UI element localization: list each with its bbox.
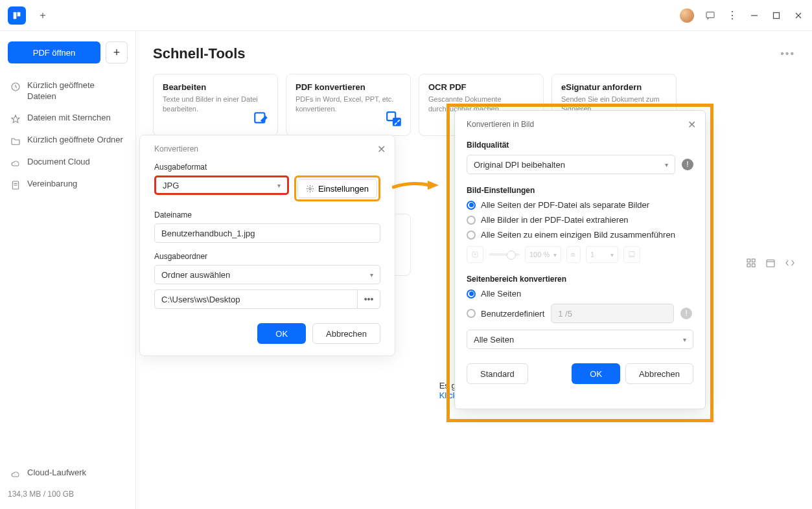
sidebar-item-label: Dateien mit Sternchen: [27, 113, 111, 124]
sidebar-item-document-cloud[interactable]: Document Cloud: [8, 152, 128, 174]
add-button[interactable]: +: [106, 41, 128, 63]
maximize-button[interactable]: [771, 10, 782, 21]
svg-rect-1: [17, 12, 21, 16]
app-logo: [8, 6, 26, 25]
cloud-icon: [10, 469, 21, 479]
more-icon[interactable]: •••: [780, 48, 795, 60]
radio-extract-images[interactable]: Alle Bilder in der PDF-Datei extrahieren: [467, 215, 693, 225]
minimize-button[interactable]: [748, 10, 760, 21]
sidebar-item-recent-files[interactable]: Kürzlich geöffnete Dateien: [8, 75, 128, 107]
browse-button[interactable]: •••: [357, 289, 380, 309]
document-icon: [10, 180, 21, 190]
range-input: 1 /5: [551, 304, 674, 323]
kebab-icon[interactable]: ⋮: [726, 10, 738, 21]
svg-rect-25: [767, 260, 774, 267]
svg-point-27: [309, 187, 311, 189]
svg-marker-8: [12, 115, 19, 122]
settings-button[interactable]: Einstellungen: [297, 179, 377, 198]
chevron-down-icon: ▾: [683, 336, 686, 343]
standard-button[interactable]: Standard: [467, 363, 528, 384]
path-input[interactable]: C:\Users\ws\Desktop: [154, 289, 357, 309]
card-title: eSignatur anfordern: [561, 82, 667, 92]
titlebar: + ⋮: [0, 0, 812, 31]
filename-label: Dateiname: [154, 210, 380, 220]
quality-select[interactable]: Original DPI beibehalten▾: [467, 155, 675, 174]
svg-rect-14: [393, 118, 401, 126]
card-title: PDF konvertieren: [296, 82, 401, 92]
page-select[interactable]: Alle Seiten▾: [467, 330, 693, 349]
comment-icon[interactable]: [704, 10, 716, 21]
dialog-title: Konvertieren in Bild: [467, 120, 693, 129]
clock-icon: [10, 82, 21, 92]
cloud-icon: [10, 158, 21, 168]
open-pdf-button[interactable]: PDF öffnen: [8, 41, 100, 63]
svg-rect-24: [752, 264, 755, 267]
sidebar-item-label: Vereinbarung: [27, 179, 77, 190]
cancel-button[interactable]: Abbrechen: [312, 323, 380, 344]
tool-card-convert[interactable]: PDF konvertieren PDFs in Word, Excel, PP…: [286, 74, 411, 136]
cancel-button[interactable]: Abbrechen: [625, 363, 693, 384]
format-label: Ausgabeformat: [154, 163, 380, 172]
convert-icon: [386, 111, 402, 128]
ok-button[interactable]: OK: [572, 363, 620, 384]
svg-rect-4: [774, 12, 780, 18]
star-icon: [10, 114, 21, 124]
sidebar: PDF öffnen + Kürzlich geöffnete Dateien …: [0, 31, 136, 509]
svg-rect-22: [752, 259, 755, 262]
tool-card-edit[interactable]: Bearbeiten Texte und Bilder in einer Dat…: [153, 74, 278, 136]
svg-rect-2: [706, 12, 714, 17]
ok-button[interactable]: OK: [257, 323, 306, 344]
sidebar-item-starred[interactable]: Dateien mit Sternchen: [8, 107, 128, 130]
folder-select[interactable]: Ordner auswählen▾: [154, 265, 380, 284]
chevron-down-icon: ▾: [665, 161, 668, 168]
avatar[interactable]: [680, 8, 694, 23]
svg-rect-21: [747, 259, 750, 262]
image-settings-label: Bild-Einstellungen: [467, 186, 693, 195]
close-button[interactable]: [793, 10, 804, 21]
grid-view-icon[interactable]: [746, 258, 756, 271]
close-icon[interactable]: ✕: [377, 143, 386, 155]
new-tab-button[interactable]: +: [34, 6, 52, 25]
page-title: Schnell-Tools: [153, 45, 246, 62]
sidebar-item-label: Document Cloud: [27, 157, 90, 168]
quality-label: Bildqualität: [467, 141, 693, 150]
zoom-value: 100 %▾: [525, 246, 561, 263]
radio-all-pages-separate[interactable]: Alle Seiten der PDF-Datei als separate B…: [467, 200, 693, 210]
storage-text: 134,3 MB / 100 GB: [8, 490, 128, 499]
svg-rect-23: [747, 264, 750, 267]
radio-merge-single[interactable]: Alle Seiten zu einem einzigen Bild zusam…: [467, 230, 693, 240]
folder-label: Ausgabeordner: [154, 252, 380, 261]
sidebar-item-cloud-drive[interactable]: Cloud-Laufwerk: [8, 462, 128, 484]
range-label: Seitenbereich konvertieren: [467, 275, 693, 284]
info-icon: !: [680, 308, 692, 319]
radio-icon: [467, 309, 476, 318]
arrow-icon: [392, 180, 439, 190]
close-icon[interactable]: ✕: [688, 119, 696, 131]
radio-icon: [467, 201, 476, 210]
svg-rect-0: [14, 12, 17, 19]
folder-icon: [10, 136, 21, 146]
dialog-title: Konvertieren: [154, 144, 380, 153]
image-settings-dialog: Konvertieren in Bild ✕ Bildqualität Orig…: [454, 110, 706, 409]
code-icon[interactable]: [785, 258, 795, 271]
align-icon: ≡: [566, 246, 581, 263]
gear-icon: [306, 185, 314, 193]
format-select[interactable]: JPG▾: [154, 175, 289, 195]
radio-all-pages[interactable]: Alle Seiten: [467, 289, 693, 299]
card-title: Bearbeiten: [163, 82, 268, 92]
sidebar-item-label: Kürzlich geöffnete Ordner: [27, 135, 123, 146]
filename-input[interactable]: Benutzerhandbuch_1.jpg: [154, 223, 380, 243]
radio-icon: [467, 216, 476, 225]
columns-value: 1▾: [586, 246, 618, 263]
sidebar-item-recent-folders[interactable]: Kürzlich geöffnete Ordner: [8, 130, 128, 152]
radio-icon: [467, 289, 476, 299]
merge-toolbar: 100 %▾ ≡ 1▾: [467, 246, 693, 263]
info-icon[interactable]: !: [682, 159, 693, 170]
sidebar-item-label: Kürzlich geöffnete Dateien: [27, 80, 125, 102]
sidebar-item-agreement[interactable]: Vereinbarung: [8, 174, 128, 196]
export-icon: [467, 246, 483, 263]
chevron-down-icon: ▾: [277, 182, 281, 189]
calendar-icon[interactable]: [765, 258, 776, 271]
radio-icon: [467, 231, 476, 240]
radio-custom-range[interactable]: Benutzerdefiniert: [467, 309, 544, 319]
